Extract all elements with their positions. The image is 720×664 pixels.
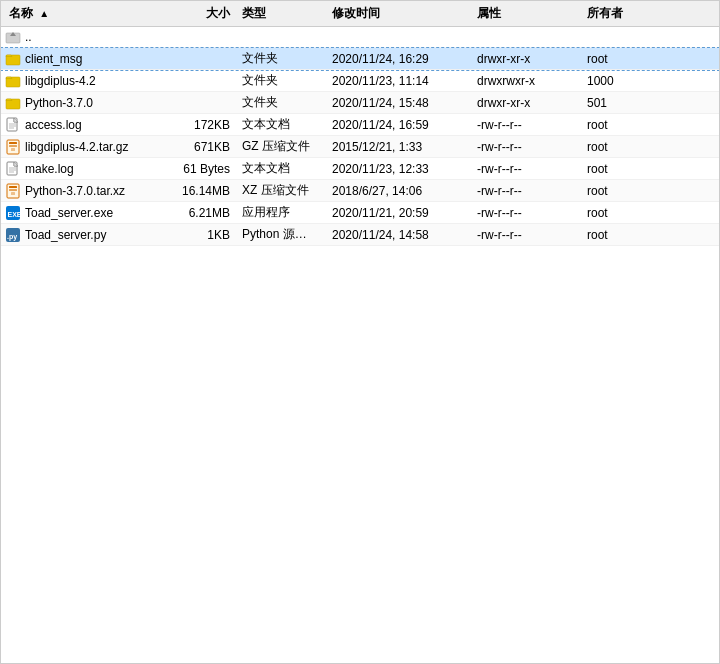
cell-owner: 1000 <box>581 74 719 88</box>
cell-size: 16.14MB <box>156 184 236 198</box>
cell-size: 671KB <box>156 140 236 154</box>
cell-size: 6.21MB <box>156 206 236 220</box>
cell-size: 1KB <box>156 228 236 242</box>
file-list: .. client_msg文件夹2020/11/24, 16:29drwxr-x… <box>1 27 719 663</box>
cell-type: Python 源… <box>236 226 326 243</box>
sort-arrow-name: ▲ <box>39 8 49 19</box>
folder-icon <box>5 95 21 111</box>
file-manager: 名称 ▲ 大小 类型 修改时间 属性 所有者 .. client_msg文件夹2… <box>0 0 720 664</box>
cell-type: 文件夹 <box>236 94 326 111</box>
table-row[interactable]: Python-3.7.0文件夹2020/11/24, 15:48drwxr-xr… <box>1 92 719 114</box>
up-icon <box>5 29 21 45</box>
cell-date: 2020/11/24, 16:59 <box>326 118 471 132</box>
archive-icon <box>5 183 21 199</box>
cell-attr: -rw-r--r-- <box>471 162 581 176</box>
cell-date: 2020/11/21, 20:59 <box>326 206 471 220</box>
cell-name: EXE Toad_server.exe <box>1 205 156 221</box>
file-name: libgdiplus-4.2 <box>25 74 96 88</box>
cell-type: 文本文档 <box>236 160 326 177</box>
cell-type: 文件夹 <box>236 72 326 89</box>
table-row[interactable]: access.log172KB文本文档2020/11/24, 16:59-rw-… <box>1 114 719 136</box>
cell-name: client_msg <box>1 51 156 67</box>
cell-date: 2018/6/27, 14:06 <box>326 184 471 198</box>
cell-date: 2020/11/23, 11:14 <box>326 74 471 88</box>
col-header-name[interactable]: 名称 ▲ <box>1 5 156 22</box>
svg-rect-9 <box>9 142 17 144</box>
cell-attr: drwxr-xr-x <box>471 52 581 66</box>
table-row[interactable]: make.log61 Bytes文本文档2020/11/23, 12:33-rw… <box>1 158 719 180</box>
cell-name: .. <box>1 29 156 45</box>
svg-rect-18 <box>9 189 17 191</box>
svg-rect-17 <box>9 186 17 188</box>
cell-attr: -rw-r--r-- <box>471 228 581 242</box>
file-name: make.log <box>25 162 74 176</box>
file-name: Python-3.7.0 <box>25 96 93 110</box>
svg-rect-10 <box>9 145 17 147</box>
cell-attr: -rw-r--r-- <box>471 140 581 154</box>
svg-text:.py: .py <box>7 232 17 240</box>
cell-name: Python-3.7.0.tar.xz <box>1 183 156 199</box>
cell-type: 文件夹 <box>236 50 326 67</box>
file-name: client_msg <box>25 52 82 66</box>
exe-icon: EXE <box>5 205 21 221</box>
cell-type: XZ 压缩文件 <box>236 182 326 199</box>
cell-owner: root <box>581 228 719 242</box>
archive-icon <box>5 139 21 155</box>
cell-date: 2020/11/24, 15:48 <box>326 96 471 110</box>
cell-attr: drwxr-xr-x <box>471 96 581 110</box>
file-icon <box>5 117 21 133</box>
col-header-size[interactable]: 大小 <box>156 5 236 22</box>
cell-owner: root <box>581 206 719 220</box>
table-header: 名称 ▲ 大小 类型 修改时间 属性 所有者 <box>1 1 719 27</box>
cell-name: libgdiplus-4.2.tar.gz <box>1 139 156 155</box>
cell-owner: root <box>581 140 719 154</box>
cell-attr: -rw-r--r-- <box>471 184 581 198</box>
cell-date: 2015/12/21, 1:33 <box>326 140 471 154</box>
cell-name: make.log <box>1 161 156 177</box>
cell-owner: root <box>581 184 719 198</box>
cell-date: 2020/11/23, 12:33 <box>326 162 471 176</box>
table-row[interactable]: .. <box>1 27 719 48</box>
cell-owner: root <box>581 118 719 132</box>
file-name: .. <box>25 30 32 44</box>
col-header-type[interactable]: 类型 <box>236 5 326 22</box>
cell-attr: -rw-r--r-- <box>471 118 581 132</box>
file-name: access.log <box>25 118 82 132</box>
file-name: libgdiplus-4.2.tar.gz <box>25 140 128 154</box>
cell-owner: root <box>581 52 719 66</box>
table-row[interactable]: EXE Toad_server.exe6.21MB应用程序2020/11/21,… <box>1 202 719 224</box>
cell-date: 2020/11/24, 16:29 <box>326 52 471 66</box>
cell-name: .py Toad_server.py <box>1 227 156 243</box>
table-row[interactable]: libgdiplus-4.2文件夹2020/11/23, 11:14drwxrw… <box>1 70 719 92</box>
table-row[interactable]: client_msg文件夹2020/11/24, 16:29drwxr-xr-x… <box>1 48 719 70</box>
file-name: Toad_server.py <box>25 228 106 242</box>
cell-name: libgdiplus-4.2 <box>1 73 156 89</box>
cell-type: 文本文档 <box>236 116 326 133</box>
cell-name: access.log <box>1 117 156 133</box>
cell-date: 2020/11/24, 14:58 <box>326 228 471 242</box>
svg-rect-19 <box>11 192 15 195</box>
folder-icon <box>5 51 21 67</box>
svg-text:EXE: EXE <box>8 210 22 217</box>
cell-attr: drwxrwxr-x <box>471 74 581 88</box>
table-row[interactable]: .py Toad_server.py1KBPython 源…2020/11/24… <box>1 224 719 246</box>
cell-type: GZ 压缩文件 <box>236 138 326 155</box>
folder-icon <box>5 73 21 89</box>
table-row[interactable]: libgdiplus-4.2.tar.gz671KBGZ 压缩文件2015/12… <box>1 136 719 158</box>
col-header-owner[interactable]: 所有者 <box>581 5 719 22</box>
cell-type: 应用程序 <box>236 204 326 221</box>
cell-size: 61 Bytes <box>156 162 236 176</box>
cell-owner: 501 <box>581 96 719 110</box>
file-name: Toad_server.exe <box>25 206 113 220</box>
table-row[interactable]: Python-3.7.0.tar.xz16.14MBXZ 压缩文件2018/6/… <box>1 180 719 202</box>
cell-size: 172KB <box>156 118 236 132</box>
cell-attr: -rw-r--r-- <box>471 206 581 220</box>
svg-rect-11 <box>11 148 15 151</box>
col-header-date[interactable]: 修改时间 <box>326 5 471 22</box>
python-icon: .py <box>5 227 21 243</box>
cell-name: Python-3.7.0 <box>1 95 156 111</box>
col-header-attr[interactable]: 属性 <box>471 5 581 22</box>
file-name: Python-3.7.0.tar.xz <box>25 184 125 198</box>
cell-owner: root <box>581 162 719 176</box>
file-icon <box>5 161 21 177</box>
